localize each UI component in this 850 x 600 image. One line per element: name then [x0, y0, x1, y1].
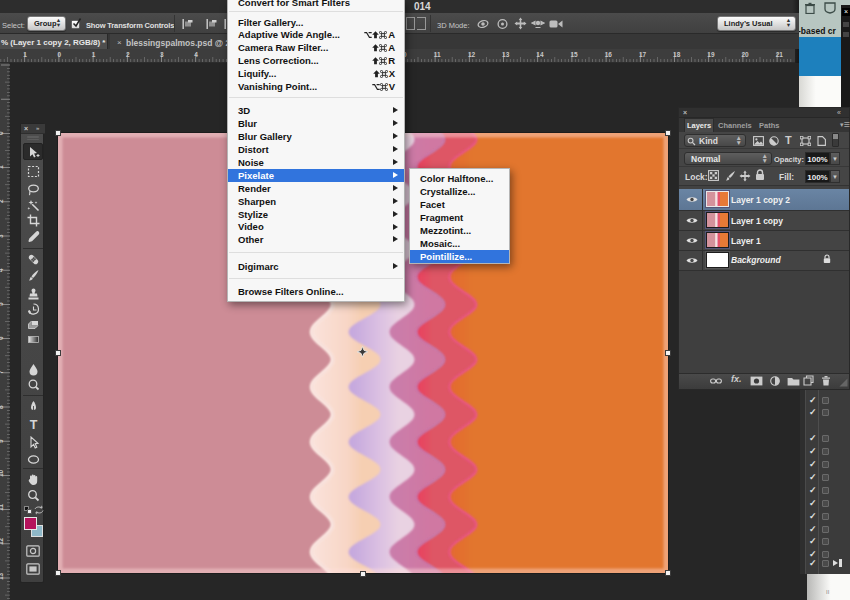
svg-text:T: T [30, 418, 38, 431]
